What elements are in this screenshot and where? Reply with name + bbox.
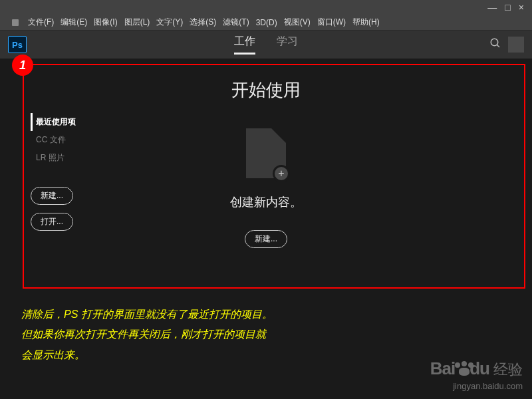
annotation-badge: 1 xyxy=(12,55,33,76)
close-button[interactable]: × xyxy=(519,2,524,13)
watermark-text: 经验 xyxy=(493,360,523,380)
paw-icon xyxy=(455,362,469,374)
start-title: 开始使用 xyxy=(166,78,366,102)
tab-work[interactable]: 工作 xyxy=(234,35,255,55)
start-subtitle: 创建新内容。 xyxy=(166,194,366,210)
tab-learn[interactable]: 学习 xyxy=(277,35,298,55)
start-sidebar: 最近使用项 CC 文件 LR 照片 新建... 打开... xyxy=(31,113,81,231)
sidebar-item-lr-photos[interactable]: LR 照片 xyxy=(31,149,81,167)
menu-window[interactable]: 窗口(W) xyxy=(317,17,346,28)
home-tabs: 工作 学习 xyxy=(234,35,298,55)
menu-select[interactable]: 选择(S) xyxy=(190,17,216,28)
search-icon[interactable] xyxy=(489,37,501,52)
menu-image[interactable]: 图像(I) xyxy=(94,17,117,28)
tutorial-caption: 清除后，PS 打开的界面里就没有了最近打开的项目。 但如果你再次打开文件再关闭后… xyxy=(0,293,532,365)
sidebar-item-cc-files[interactable]: CC 文件 xyxy=(31,131,81,149)
sidebar-item-recent[interactable]: 最近使用项 xyxy=(31,113,81,131)
menu-view[interactable]: 视图(V) xyxy=(284,17,311,28)
start-screen: 1 最近使用项 CC 文件 LR 照片 新建... 打开... 开始使用 + 创… xyxy=(0,59,532,293)
start-center: 开始使用 + 创建新内容。 新建... xyxy=(166,78,366,248)
menu-layer[interactable]: 图层(L) xyxy=(124,17,150,28)
menu-help[interactable]: 帮助(H) xyxy=(352,17,380,28)
svg-point-0 xyxy=(491,39,498,46)
watermark-brand: Baidu xyxy=(430,358,489,379)
app-menu-icon[interactable] xyxy=(12,19,19,26)
window-controls: — □ × xyxy=(487,2,529,13)
caption-line: 清除后，PS 打开的界面里就没有了最近打开的项目。 xyxy=(21,305,511,325)
caption-line: 但如果你再次打开文件再关闭后，刚才打开的项目就 xyxy=(21,325,511,344)
minimize-button[interactable]: — xyxy=(487,2,497,13)
menu-3d[interactable]: 3D(D) xyxy=(256,18,277,27)
menu-type[interactable]: 文字(Y) xyxy=(156,17,183,28)
window-titlebar: — □ × xyxy=(0,0,532,15)
plus-icon: + xyxy=(273,165,290,182)
menu-file[interactable]: 文件(F) xyxy=(28,17,54,28)
ps-logo: Ps xyxy=(8,36,27,53)
watermark: Baidu 经验 jingyan.baidu.com xyxy=(430,358,523,391)
menubar: 文件(F) 编辑(E) 图像(I) 图层(L) 文字(Y) 选择(S) 滤镜(T… xyxy=(0,15,532,31)
watermark-url: jingyan.baidu.com xyxy=(430,381,523,391)
menu-filter[interactable]: 滤镜(T) xyxy=(223,17,249,28)
open-button[interactable]: 打开... xyxy=(31,213,73,231)
new-button[interactable]: 新建... xyxy=(31,187,73,205)
new-document-icon: + xyxy=(246,128,286,178)
toolbar: Ps 工作 学习 xyxy=(0,31,532,59)
svg-line-1 xyxy=(497,45,499,47)
maximize-button[interactable]: □ xyxy=(505,2,510,13)
center-new-button[interactable]: 新建... xyxy=(245,230,287,248)
color-swatch[interactable] xyxy=(508,37,524,53)
menu-edit[interactable]: 编辑(E) xyxy=(61,17,87,28)
